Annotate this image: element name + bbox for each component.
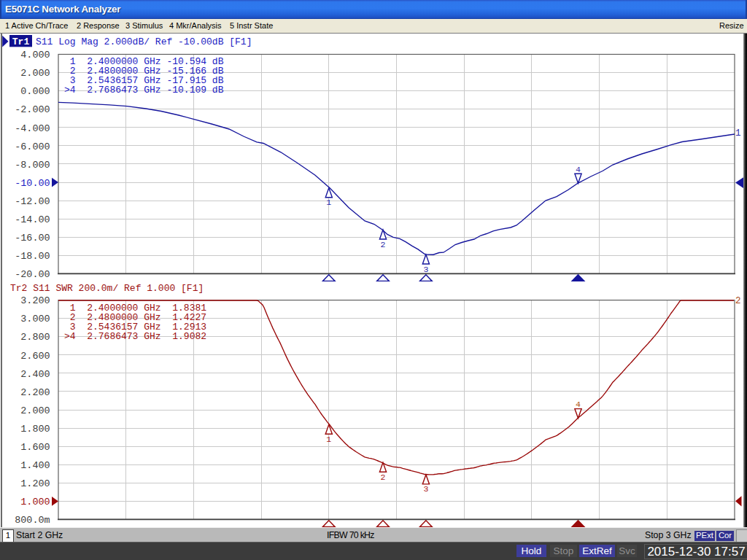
svg-text:4: 4 [576, 165, 581, 174]
svg-text:>4 2.7686473 GHz -10.109 dB: >4 2.7686473 GHz -10.109 dB [64, 85, 224, 96]
svg-text:2: 2 [735, 296, 741, 306]
svg-text:1: 1 [735, 128, 741, 139]
svg-text:1.800: 1.800 [20, 424, 50, 435]
svg-text:3.000: 3.000 [20, 314, 50, 324]
svg-text:4.000: 4.000 [20, 50, 50, 61]
svg-text:0.000: 0.000 [20, 86, 50, 97]
svg-text:1.200: 1.200 [20, 478, 50, 489]
svg-text:-14.00: -14.00 [15, 214, 50, 225]
svg-text:2.800: 2.800 [20, 332, 50, 343]
svg-text:3: 3 [423, 265, 428, 274]
svg-text:2.200: 2.200 [20, 387, 50, 398]
svg-text:Tr1: Tr1 [12, 36, 30, 47]
svg-text:-10.00: -10.00 [15, 178, 50, 189]
svg-text:-4.000: -4.000 [15, 123, 50, 134]
svg-text:2.600: 2.600 [20, 351, 50, 362]
svg-text:-20.00: -20.00 [15, 269, 50, 280]
svg-text:-6.000: -6.000 [15, 141, 50, 152]
svg-text:-18.00: -18.00 [15, 251, 50, 262]
svg-text:2.000: 2.000 [20, 68, 50, 79]
svg-text:1.400: 1.400 [20, 460, 50, 471]
svg-text:2.400: 2.400 [20, 369, 50, 380]
svg-text:800.0m: 800.0m [15, 515, 50, 526]
svg-text:2: 2 [381, 472, 386, 482]
svg-text:2: 2 [381, 240, 386, 249]
svg-text:Tr2 S11 SWR 200.0m/ Ref 1.000: Tr2 S11 SWR 200.0m/ Ref 1.000 [F1] [10, 283, 204, 294]
svg-text:-12.00: -12.00 [15, 196, 50, 207]
svg-text:4: 4 [576, 400, 581, 409]
svg-text:3: 3 [423, 484, 428, 494]
svg-text:1: 1 [326, 198, 331, 207]
svg-text:-2.000: -2.000 [15, 104, 50, 115]
svg-text:-16.00: -16.00 [15, 233, 50, 244]
svg-text:S11 Log Mag 2.000dB/ Ref -10.0: S11 Log Mag 2.000dB/ Ref -10.00dB [F1] [36, 36, 252, 47]
svg-text:3.200: 3.200 [20, 295, 50, 306]
svg-text:-8.000: -8.000 [15, 160, 50, 171]
svg-text:>4 2.7686473 GHz 1.9082: >4 2.7686473 GHz 1.9082 [64, 331, 206, 342]
svg-text:2.000: 2.000 [20, 405, 50, 416]
svg-text:1.600: 1.600 [20, 442, 50, 453]
svg-text:1.000: 1.000 [20, 497, 50, 508]
svg-text:1: 1 [326, 435, 331, 444]
